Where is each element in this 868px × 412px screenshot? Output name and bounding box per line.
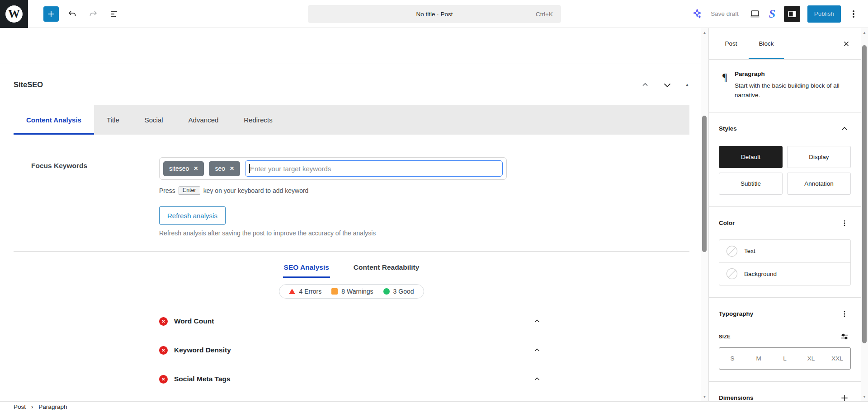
history-tools bbox=[63, 5, 123, 23]
tab-block[interactable]: Block bbox=[749, 28, 784, 59]
analysis-row-word-count[interactable]: ✕ Word Count bbox=[159, 307, 541, 336]
metabox-toggle-button[interactable]: ▲ bbox=[685, 82, 689, 87]
scroll-down-arrow[interactable]: ▼ bbox=[861, 393, 868, 400]
summary-badge-pill: 4 Errors 8 Warnings 3 Good bbox=[279, 284, 424, 299]
plus-icon bbox=[840, 393, 849, 401]
redo-icon bbox=[88, 9, 98, 19]
analysis-row-keyword-density[interactable]: ✕ Keyword Density bbox=[159, 336, 541, 365]
scroll-up-arrow[interactable]: ▲ bbox=[701, 29, 708, 36]
list-view-icon bbox=[109, 9, 119, 19]
error-status-icon: ✕ bbox=[159, 317, 168, 326]
size-xl-button[interactable]: XL bbox=[798, 348, 824, 369]
size-m-button[interactable]: M bbox=[745, 348, 772, 369]
font-size-segmented-control: S M L XL XXL bbox=[719, 347, 851, 370]
tab-content-analysis[interactable]: Content Analysis bbox=[14, 105, 94, 135]
tab-redirects[interactable]: Redirects bbox=[231, 105, 285, 135]
text-color-row[interactable]: Text bbox=[719, 240, 850, 262]
close-icon bbox=[842, 40, 850, 48]
undo-button[interactable] bbox=[63, 5, 81, 23]
analysis-summary: 4 Errors 8 Warnings 3 Good bbox=[14, 284, 689, 299]
close-sidebar-button[interactable] bbox=[839, 37, 854, 51]
tab-post[interactable]: Post bbox=[713, 28, 749, 59]
scroll-up-arrow[interactable]: ▲ bbox=[861, 29, 868, 36]
kebab-menu-icon bbox=[840, 310, 849, 318]
remove-keyword-button[interactable]: ✕ bbox=[193, 166, 198, 171]
kebab-menu-icon bbox=[849, 9, 859, 19]
document-overview-button[interactable] bbox=[105, 5, 123, 23]
warnings-count: 8 Warnings bbox=[341, 288, 373, 295]
block-inserter-button[interactable] bbox=[43, 6, 59, 22]
analysis-row-label: Word Count bbox=[174, 317, 214, 325]
command-shortcut: Ctrl+K bbox=[536, 11, 553, 18]
style-subtitle-button[interactable]: Subtitle bbox=[719, 173, 783, 195]
style-annotation-button[interactable]: Annotation bbox=[787, 173, 851, 195]
analysis-list: ✕ Word Count ✕ Keyword Density bbox=[14, 307, 689, 393]
no-color-icon bbox=[726, 268, 738, 280]
custom-size-button[interactable] bbox=[838, 330, 851, 343]
collapse-button[interactable] bbox=[533, 346, 541, 354]
analysis-row-social-meta-tags[interactable]: ✕ Social Meta Tags bbox=[159, 365, 541, 393]
siteseo-topbar-button[interactable]: S bbox=[764, 5, 780, 23]
chevron-up-icon bbox=[533, 318, 541, 325]
topbar-actions: Save draft S Publish bbox=[688, 5, 868, 23]
styles-panel: Styles Default Display Subtitle Annotati… bbox=[709, 112, 861, 207]
error-triangle-icon bbox=[289, 289, 295, 294]
remove-keyword-button[interactable]: ✕ bbox=[230, 166, 234, 171]
size-l-button[interactable]: L bbox=[772, 348, 798, 369]
block-card-body: Paragraph Start with the basic building … bbox=[735, 70, 848, 100]
style-display-button[interactable]: Display bbox=[787, 146, 851, 168]
errors-count: 4 Errors bbox=[299, 288, 321, 295]
styles-collapse-button[interactable] bbox=[838, 122, 851, 135]
metabox-move-up-button[interactable] bbox=[641, 80, 650, 89]
color-options-button[interactable] bbox=[838, 217, 851, 229]
tab-advanced[interactable]: Advanced bbox=[176, 105, 231, 135]
settings-sidebar-toggle[interactable] bbox=[784, 6, 800, 22]
size-xxl-button[interactable]: XXL bbox=[824, 348, 850, 369]
keywords-container[interactable]: siteseo ✕ seo ✕ bbox=[159, 157, 507, 180]
ai-assistant-button[interactable] bbox=[688, 5, 706, 23]
metabox-move-down-button[interactable] bbox=[661, 79, 673, 91]
tab-content-readability[interactable]: Content Readability bbox=[353, 259, 420, 278]
size-s-button[interactable]: S bbox=[719, 348, 745, 369]
keyword-tag-text: siteseo bbox=[169, 165, 189, 172]
settings-sidebar: Post Block ¶ Paragraph Start with the ba… bbox=[708, 28, 861, 401]
tab-seo-analysis[interactable]: SEO Analysis bbox=[283, 259, 330, 278]
save-draft-button[interactable]: Save draft bbox=[711, 10, 739, 17]
breadcrumb-post[interactable]: Post bbox=[14, 403, 26, 410]
chevron-up-icon bbox=[641, 80, 650, 89]
background-color-row[interactable]: Background bbox=[719, 262, 850, 285]
redo-button[interactable] bbox=[84, 5, 102, 23]
metabox-controls: ▲ bbox=[641, 79, 689, 91]
dimensions-panel: Dimensions bbox=[709, 382, 861, 401]
refresh-analysis-button[interactable]: Refresh analysis bbox=[159, 206, 226, 225]
chevron-down-icon bbox=[661, 79, 673, 91]
scrollbar-thumb[interactable] bbox=[862, 45, 867, 343]
wordpress-logo[interactable]: W bbox=[0, 0, 28, 28]
no-color-icon bbox=[726, 245, 738, 257]
dimensions-add-button[interactable] bbox=[838, 392, 851, 401]
typography-options-button[interactable] bbox=[838, 308, 851, 320]
error-status-icon: ✕ bbox=[159, 375, 168, 384]
tab-title[interactable]: Title bbox=[94, 105, 132, 135]
options-menu-button[interactable] bbox=[845, 5, 862, 23]
keyword-input[interactable] bbox=[245, 160, 503, 177]
color-panel-header: Color bbox=[719, 217, 851, 229]
style-default-button[interactable]: Default bbox=[719, 146, 783, 168]
analysis-row-label: Keyword Density bbox=[174, 346, 231, 354]
collapse-button[interactable] bbox=[533, 318, 541, 325]
scrollbar-thumb[interactable] bbox=[702, 116, 707, 252]
tab-social[interactable]: Social bbox=[132, 105, 176, 135]
chevron-right-icon: › bbox=[31, 403, 33, 410]
publish-button[interactable]: Publish bbox=[807, 5, 841, 23]
focus-keywords-field: siteseo ✕ seo ✕ bbox=[159, 157, 516, 237]
preview-button[interactable] bbox=[746, 5, 764, 23]
keyword-tag-text: seo bbox=[215, 165, 225, 172]
post-content-area[interactable] bbox=[0, 28, 701, 64]
collapse-button[interactable] bbox=[533, 375, 541, 383]
svg-text:S: S bbox=[769, 7, 775, 20]
styles-panel-header[interactable]: Styles bbox=[719, 122, 851, 135]
desktop-preview-icon bbox=[750, 9, 760, 19]
divider bbox=[14, 251, 689, 252]
scroll-down-arrow[interactable]: ▼ bbox=[701, 393, 708, 400]
command-center-bar[interactable]: No title · Post Ctrl+K bbox=[308, 5, 561, 23]
